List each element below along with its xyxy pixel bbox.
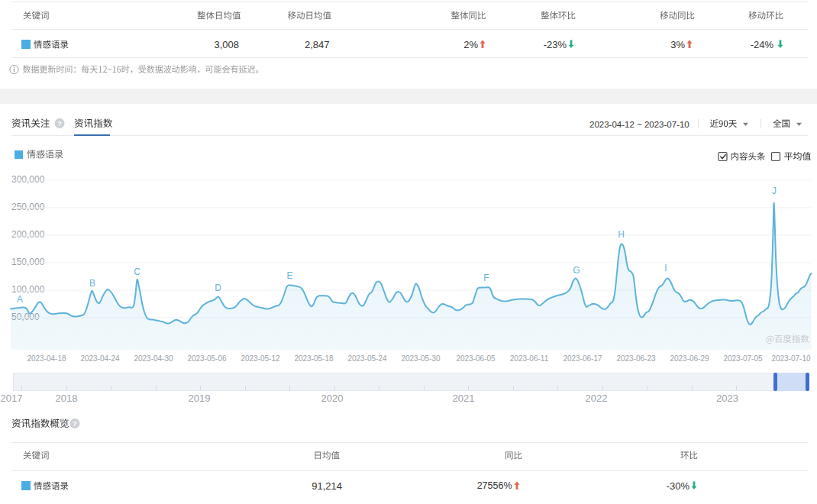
svg-text:G: G xyxy=(573,265,580,276)
svg-text:?: ? xyxy=(57,119,62,128)
svg-text:I: I xyxy=(664,263,667,273)
svg-text:?: ? xyxy=(73,419,77,428)
svg-text:D: D xyxy=(215,283,221,293)
svg-text:A: A xyxy=(17,294,23,305)
svg-text:B: B xyxy=(89,278,95,289)
svg-text:J: J xyxy=(772,186,777,196)
svg-text:F: F xyxy=(483,273,489,283)
svg-text:E: E xyxy=(286,270,292,281)
svg-text:C: C xyxy=(134,267,140,277)
svg-text:H: H xyxy=(618,229,625,240)
